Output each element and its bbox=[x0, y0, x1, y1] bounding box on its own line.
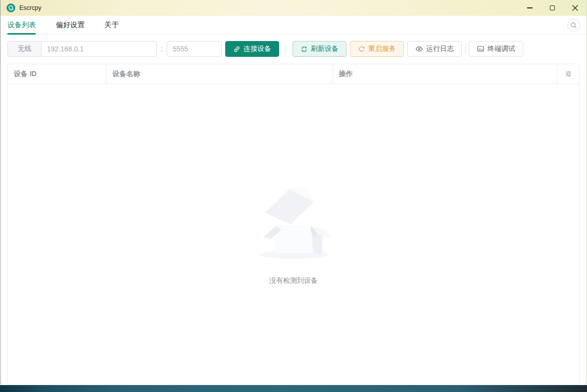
maximize-button[interactable] bbox=[541, 0, 564, 16]
close-button[interactable] bbox=[564, 0, 587, 16]
restart-service-label: 重启服务 bbox=[368, 44, 396, 53]
minimize-icon bbox=[527, 7, 533, 8]
refresh-right-icon bbox=[358, 45, 365, 53]
sliders-icon bbox=[565, 70, 572, 78]
column-settings-button[interactable] bbox=[557, 64, 579, 84]
run-logs-label: 运行日志 bbox=[426, 44, 454, 53]
tab-label: 偏好设置 bbox=[56, 20, 85, 30]
refresh-devices-button[interactable]: 刷新设备 bbox=[293, 41, 346, 57]
column-header-operations: 操作 bbox=[333, 64, 557, 84]
tab-preferences[interactable]: 偏好设置 bbox=[46, 16, 95, 34]
empty-box-illustration bbox=[251, 183, 336, 262]
wireless-toolbar: 无线 : 连接设备 bbox=[0, 35, 587, 64]
wireless-address-group: 无线 bbox=[7, 41, 157, 57]
tab-about[interactable]: 关于 bbox=[95, 16, 129, 34]
search-icon bbox=[570, 22, 577, 29]
column-label: 设备名称 bbox=[112, 70, 140, 79]
minimize-button[interactable] bbox=[518, 0, 541, 16]
app-window: Escrcpy 设备列表 偏好设置 关于 bbox=[0, 0, 587, 386]
address-port-separator: : bbox=[161, 45, 163, 53]
restart-service-button[interactable]: 重启服务 bbox=[350, 41, 404, 57]
close-icon bbox=[572, 5, 578, 11]
app-logo-icon bbox=[6, 3, 15, 12]
device-table: 设备 ID 设备名称 操作 bbox=[7, 64, 580, 385]
wireless-label: 无线 bbox=[7, 41, 41, 57]
column-label: 操作 bbox=[339, 70, 353, 79]
port-input[interactable] bbox=[167, 41, 222, 57]
eye-icon bbox=[415, 45, 423, 53]
run-logs-button[interactable]: 运行日志 bbox=[407, 41, 462, 57]
desktop-taskbar-strip bbox=[0, 385, 587, 392]
terminal-debug-label: 终端调试 bbox=[488, 44, 515, 53]
connect-device-label: 连接设备 bbox=[244, 44, 271, 53]
device-table-header: 设备 ID 设备名称 操作 bbox=[8, 64, 579, 84]
tab-label: 设备列表 bbox=[7, 20, 36, 30]
toolbar-divider bbox=[465, 44, 466, 54]
tab-device-list[interactable]: 设备列表 bbox=[7, 16, 46, 34]
tab-label: 关于 bbox=[104, 20, 119, 30]
active-tab-indicator bbox=[7, 33, 36, 35]
app-title: Escrcpy bbox=[19, 4, 41, 11]
column-label: 设备 ID bbox=[14, 70, 37, 79]
titlebar: Escrcpy bbox=[0, 0, 587, 16]
tab-bar: 设备列表 偏好设置 关于 bbox=[0, 16, 587, 35]
column-header-device-name: 设备名称 bbox=[106, 64, 333, 84]
ip-address-input[interactable] bbox=[41, 41, 157, 57]
terminal-debug-button[interactable]: 终端调试 bbox=[469, 41, 523, 57]
monitor-icon bbox=[477, 45, 485, 53]
link-icon bbox=[233, 45, 241, 53]
refresh-icon bbox=[300, 45, 308, 53]
connect-device-button[interactable]: 连接设备 bbox=[225, 41, 279, 57]
search-button[interactable] bbox=[567, 19, 580, 32]
window-controls bbox=[518, 0, 587, 16]
device-table-body: 没有检测到设备 bbox=[8, 84, 579, 385]
toolbar-divider bbox=[286, 44, 286, 54]
empty-state-text: 没有检测到设备 bbox=[269, 276, 318, 285]
column-header-device-id: 设备 ID bbox=[8, 64, 106, 84]
maximize-icon bbox=[550, 5, 555, 10]
refresh-devices-label: 刷新设备 bbox=[311, 44, 339, 53]
